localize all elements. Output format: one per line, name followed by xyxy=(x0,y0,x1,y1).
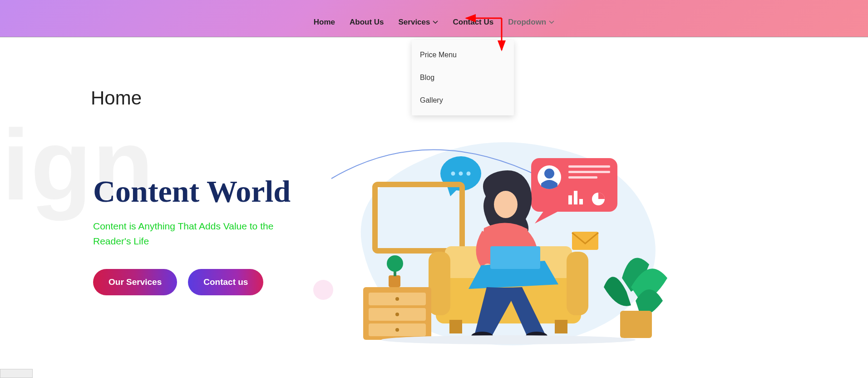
page-title: Home xyxy=(91,87,142,109)
dropdown-item-blog[interactable]: Blog xyxy=(412,66,514,89)
chevron-down-icon xyxy=(549,20,554,24)
button-label: Contact us xyxy=(203,277,248,287)
button-label: Our Services xyxy=(108,277,162,287)
dropdown-menu: Price Menu Blog Gallery xyxy=(412,40,514,115)
svg-point-4 xyxy=(459,172,463,176)
dropdown-item-label: Price Menu xyxy=(420,51,457,59)
svg-rect-38 xyxy=(490,246,540,269)
svg-rect-21 xyxy=(567,252,588,315)
svg-point-28 xyxy=(395,297,399,301)
svg-point-33 xyxy=(387,255,403,272)
dropdown-item-gallery[interactable]: Gallery xyxy=(412,89,514,112)
decorative-circle xyxy=(313,280,333,300)
nav-home-label: Home xyxy=(314,18,335,27)
chevron-down-icon xyxy=(433,20,438,24)
hero-title: Content World xyxy=(93,174,291,209)
svg-rect-20 xyxy=(429,252,450,315)
nav-services[interactable]: Services xyxy=(399,18,439,27)
svg-point-8 xyxy=(544,169,554,179)
svg-rect-23 xyxy=(555,320,567,333)
svg-rect-9 xyxy=(568,165,610,168)
svg-rect-31 xyxy=(389,275,400,287)
hero-illustration xyxy=(331,128,681,346)
svg-rect-16 xyxy=(572,232,598,250)
svg-rect-22 xyxy=(449,320,462,333)
hero-subtitle: Content is Anything That Adds Value to t… xyxy=(93,219,284,249)
nav-dropdown-label: Dropdown xyxy=(508,18,546,27)
dropdown-item-label: Blog xyxy=(420,74,434,81)
svg-point-35 xyxy=(494,191,518,218)
nav-dropdown[interactable]: Dropdown xyxy=(508,18,554,27)
svg-point-30 xyxy=(395,328,399,332)
svg-rect-13 xyxy=(574,191,577,204)
svg-point-3 xyxy=(451,172,455,176)
svg-rect-12 xyxy=(568,195,572,204)
svg-rect-34 xyxy=(620,311,652,338)
svg-rect-10 xyxy=(568,171,610,173)
svg-point-5 xyxy=(467,172,471,176)
nav-contact-label: Contact Us xyxy=(453,18,493,27)
dropdown-item-price-menu[interactable]: Price Menu xyxy=(412,44,514,66)
our-services-button[interactable]: Our Services xyxy=(93,269,177,295)
nav-home[interactable]: Home xyxy=(314,18,335,27)
contact-us-button[interactable]: Contact us xyxy=(188,269,263,295)
top-navbar: Home About Us Services Contact Us Dropdo… xyxy=(0,0,868,37)
cta-row: Our Services Contact us xyxy=(93,269,263,295)
nav-list: Home About Us Services Contact Us Dropdo… xyxy=(314,18,555,27)
nav-services-label: Services xyxy=(399,18,430,27)
browser-status-corner xyxy=(0,369,33,378)
nav-about-label: About Us xyxy=(350,18,384,27)
svg-rect-14 xyxy=(579,199,583,204)
envelope-icon xyxy=(572,232,598,250)
dropdown-item-label: Gallery xyxy=(420,96,443,104)
svg-point-41 xyxy=(381,335,636,344)
svg-rect-11 xyxy=(568,176,597,179)
svg-point-29 xyxy=(395,313,399,316)
nav-about[interactable]: About Us xyxy=(350,18,384,27)
nav-contact[interactable]: Contact Us xyxy=(453,18,493,27)
